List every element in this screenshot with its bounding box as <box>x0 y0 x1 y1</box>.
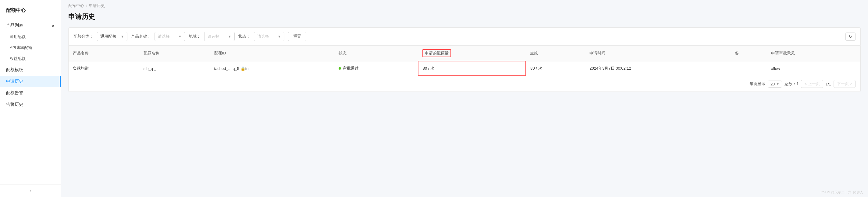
page-info: 1/1 <box>826 82 831 86</box>
sidebar-item-general-quota[interactable]: 通用配额 <box>0 31 61 42</box>
status-dropdown-arrow: ▼ <box>278 35 281 38</box>
sidebar-item-benefit-quota[interactable]: 权益配额 <box>0 53 61 64</box>
col-effective: 生效 <box>526 46 585 61</box>
total-count: 总数：1 <box>784 81 799 87</box>
sidebar-group-label: 产品列表 <box>6 23 23 28</box>
refresh-button[interactable]: ↻ <box>845 33 856 41</box>
cell-applied-quota: 80 / 次 <box>418 61 526 76</box>
product-name-select[interactable]: 请选择 ▼ <box>155 32 185 41</box>
status-label: 状态： <box>238 34 250 39</box>
region-select[interactable]: 请选择 ▼ <box>204 32 235 41</box>
cell-approval-comment: allow <box>767 61 860 76</box>
refresh-icon: ↻ <box>849 34 852 39</box>
product-name-placeholder: 请选择 <box>158 34 177 39</box>
prev-page-button[interactable]: < 上一页 <box>801 80 823 88</box>
filter-bar: 配额分类： 通用配额 ▼ 产品名称： 请选择 ▼ 地域： 请选择 ▼ 状态： 请… <box>68 27 861 46</box>
pagination-bar: 每页显示 20 ▼ 总数：1 < 上一页 1/1 下一页 > <box>69 76 860 91</box>
next-page-button[interactable]: 下一页 > <box>834 80 856 88</box>
reset-button[interactable]: 重置 <box>288 32 306 41</box>
region-label: 地域： <box>189 34 200 39</box>
status-green-dot <box>339 67 341 70</box>
chevron-left-icon: ‹ <box>30 189 31 193</box>
sidebar: 配额中心 产品列表 ∧ 通用配额 API速率配额 权益配额 配额模板 申请历史 … <box>0 0 61 197</box>
quota-category-select[interactable]: 通用配额 ▼ <box>97 32 127 41</box>
sidebar-item-alert-history[interactable]: 告警历史 <box>0 99 61 110</box>
col-note: 备 <box>731 46 767 61</box>
main-content: 配额中心 / 申请历史 申请历史 配额分类： 通用配额 ▼ 产品名称： 请选择 … <box>61 0 868 197</box>
breadcrumb-root[interactable]: 配额中心 <box>68 3 84 8</box>
col-applied-quota: 申请的配额量 <box>418 46 526 61</box>
per-page-value: 20 <box>771 82 775 86</box>
sidebar-item-quota-alert[interactable]: 配额告警 <box>0 87 61 99</box>
sidebar-collapse-button[interactable]: ‹ <box>0 185 61 197</box>
breadcrumb-separator: / <box>86 4 87 8</box>
col-approval-comment: 申请审批意见 <box>767 46 860 61</box>
sidebar-item-quota-template[interactable]: 配额模板 <box>0 64 61 76</box>
cell-product-name: 负载均衡 <box>69 61 139 76</box>
sidebar-section-products: 产品列表 ∧ 通用配额 API速率配额 权益配额 <box>0 20 61 64</box>
cell-quota-id: tached_... q_5 🔒fn <box>210 61 334 76</box>
page-title: 申请历史 <box>68 10 861 21</box>
col-product-name: 产品名称 <box>69 46 139 61</box>
per-page-dropdown-arrow: ▼ <box>776 82 779 86</box>
col-apply-time: 申请时间 <box>585 46 731 61</box>
cell-apply-time: 2024年3月7日 00:02:12 <box>585 61 731 76</box>
table-header-row: 产品名称 配额名称 配额ID 状态 申请的配额量 生效 申请时间 备 申请审批意… <box>69 46 860 61</box>
quota-category-dropdown-arrow: ▼ <box>121 35 124 38</box>
table-wrapper: 产品名称 配额名称 配额ID 状态 申请的配额量 生效 申请时间 备 申请审批意… <box>68 46 861 92</box>
table-row: 负载均衡 slb_q _ tached_... q_5 🔒fn 审批通过 <box>69 61 860 76</box>
col-quota-id: 配额ID <box>210 46 334 61</box>
product-name-dropdown-arrow: ▼ <box>178 35 182 38</box>
col-quota-name: 配额名称 <box>139 46 210 61</box>
quota-category-value: 通用配额 <box>100 34 119 39</box>
status-placeholder: 请选择 <box>257 34 276 39</box>
cell-effective: 80 / 次 <box>526 61 585 76</box>
cell-status: 审批通过 <box>334 61 418 76</box>
region-placeholder: 请选择 <box>208 34 226 39</box>
quota-table: 产品名称 配额名称 配额ID 状态 申请的配额量 生效 申请时间 备 申请审批意… <box>69 46 860 76</box>
status-approved: 审批通过 <box>339 66 413 71</box>
page-content: 申请历史 配额分类： 通用配额 ▼ 产品名称： 请选择 ▼ 地域： 请选择 ▼ … <box>61 10 868 197</box>
region-dropdown-arrow: ▼ <box>228 35 231 38</box>
quota-category-label: 配额分类： <box>73 34 93 39</box>
sidebar-group-products[interactable]: 产品列表 ∧ <box>0 20 61 31</box>
watermark: CSDN @天草二十六_简讲人 <box>820 190 863 195</box>
product-name-label: 产品名称： <box>131 34 151 39</box>
breadcrumb: 配额中心 / 申请历史 <box>61 0 868 10</box>
sidebar-item-apply-history[interactable]: 申请历史 <box>0 76 61 87</box>
cell-quota-name: slb_q _ <box>139 61 210 76</box>
breadcrumb-current: 申请历史 <box>89 3 105 8</box>
chevron-up-icon: ∧ <box>52 23 55 28</box>
sidebar-title: 配额中心 <box>0 5 61 20</box>
per-page-select[interactable]: 20 ▼ <box>768 81 782 87</box>
col-status: 状态 <box>334 46 418 61</box>
cell-note: – <box>731 61 767 76</box>
sidebar-item-api-rate-quota[interactable]: API速率配额 <box>0 42 61 53</box>
status-select[interactable]: 请选择 ▼ <box>254 32 284 41</box>
per-page-label: 每页显示 <box>749 81 765 87</box>
